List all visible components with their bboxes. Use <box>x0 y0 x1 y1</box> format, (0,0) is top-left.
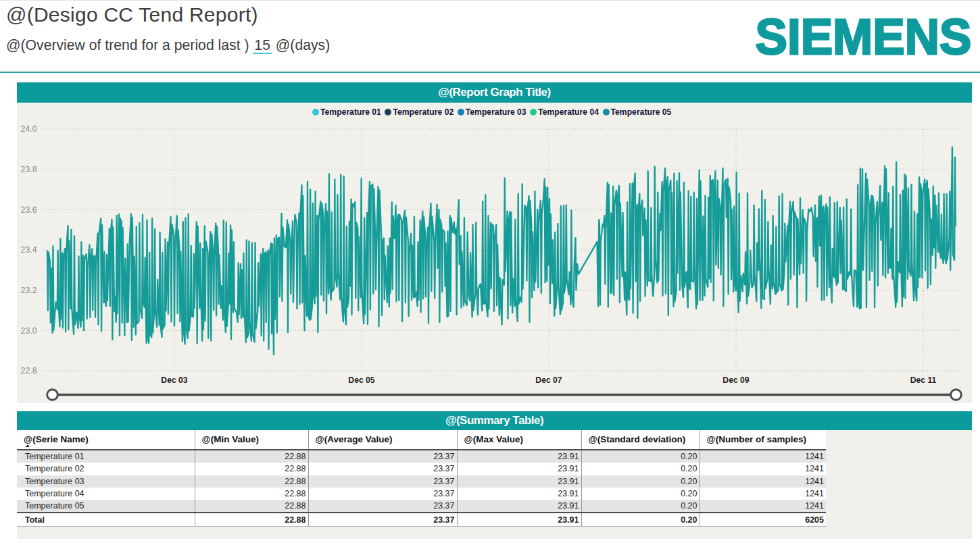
svg-text:24.0: 24.0 <box>21 124 37 134</box>
svg-text:23.0: 23.0 <box>21 326 37 336</box>
svg-text:23.2: 23.2 <box>21 286 37 295</box>
svg-text:Dec 07: Dec 07 <box>535 375 562 385</box>
svg-text:23.6: 23.6 <box>21 205 37 215</box>
svg-text:22.8: 22.8 <box>21 366 37 375</box>
svg-text:23.4: 23.4 <box>21 245 37 255</box>
svg-text:Dec 03: Dec 03 <box>161 375 188 385</box>
svg-text:23.8: 23.8 <box>21 165 37 174</box>
svg-text:Dec 11: Dec 11 <box>910 375 937 385</box>
svg-text:Dec 09: Dec 09 <box>722 375 750 385</box>
svg-text:Dec 05: Dec 05 <box>348 375 375 385</box>
